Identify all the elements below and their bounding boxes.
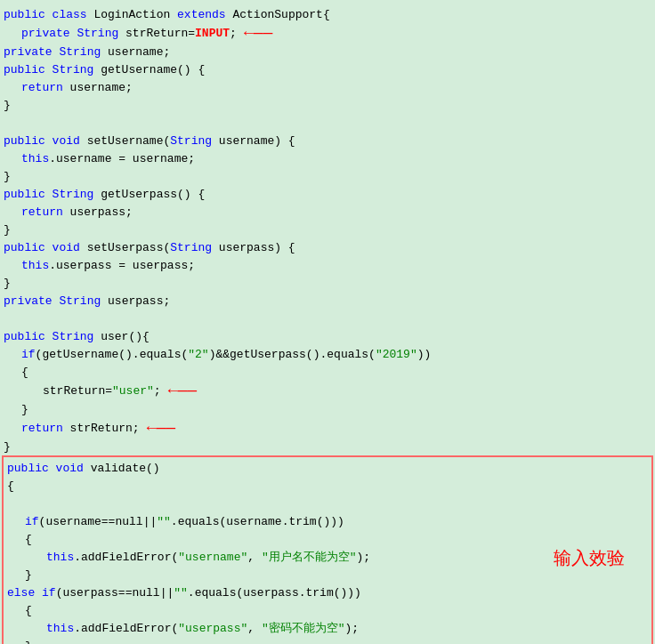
code-line: } — [0, 274, 655, 292]
code-line: else if(userpass==null||"".equals(userpa… — [4, 584, 651, 601]
code-line: } — [0, 167, 655, 185]
code-text: { — [7, 479, 14, 493]
code-text: return username; — [21, 81, 133, 94]
code-line: } — [0, 221, 655, 238]
code-text: this.addFieldError("userpass", "密码不能为空")… — [46, 620, 359, 636]
code-text: } — [4, 99, 11, 112]
code-line: public String getUserpass() { — [0, 185, 655, 203]
code-line: { — [0, 363, 655, 381]
code-line: private String userpass; — [0, 292, 655, 310]
code-text: } — [25, 640, 32, 645]
code-text: strReturn="user"; — [43, 384, 161, 398]
code-line: } — [0, 438, 655, 455]
code-line — [4, 495, 651, 512]
code-line: private String strReturn=INPUT; ←—— — [0, 23, 655, 43]
code-line — [0, 114, 655, 132]
code-line: this.addFieldError("userpass", "密码不能为空")… — [4, 619, 651, 637]
code-text: { — [25, 533, 32, 546]
code-text: public String user(){ — [4, 330, 150, 343]
code-text: else if(userpass==null||"".equals(userpa… — [7, 586, 361, 600]
code-text: } — [4, 440, 11, 454]
code-line: public void setUsername(String username)… — [0, 132, 655, 149]
code-line: public String getUsername() { — [0, 60, 655, 78]
code-line: public String user(){ — [0, 327, 655, 345]
code-line: } — [0, 96, 655, 114]
code-line: public void validate() — [4, 459, 651, 477]
code-line: this.username = username; — [0, 149, 655, 167]
code-text: public String getUserpass() { — [4, 188, 205, 201]
code-line: this.addFieldError("username", "用户名不能为空"… — [4, 548, 651, 566]
code-line: } — [4, 637, 651, 644]
code-line: this.userpass = userpass; — [0, 256, 655, 274]
code-text: } — [25, 568, 32, 582]
code-text: if(username==null||"".equals(username.tr… — [25, 515, 344, 528]
code-line: { — [4, 477, 651, 495]
arrow-icon: ←—— — [147, 419, 175, 437]
code-text: this.addFieldError("username", "用户名不能为空"… — [46, 549, 370, 565]
code-text: public void setUserpass(String userpass)… — [4, 241, 295, 254]
code-line: { — [4, 530, 651, 548]
code-text: public class LoginAction extends ActionS… — [4, 8, 330, 21]
code-line — [0, 310, 655, 327]
code-line: strReturn="user"; ←—— — [0, 381, 655, 400]
code-line: return userpass; — [0, 203, 655, 221]
code-line: return strReturn; ←—— — [0, 418, 655, 438]
code-text: } — [4, 277, 11, 290]
code-line: } — [0, 400, 655, 418]
code-line: public class LoginAction extends ActionS… — [0, 5, 655, 23]
code-text: { — [21, 366, 28, 379]
arrow-icon: ←—— — [168, 382, 197, 399]
code-line: { — [4, 601, 651, 619]
code-area: public class LoginAction extends ActionS… — [0, 0, 655, 644]
code-text: } — [4, 223, 11, 237]
code-text: private String userpass; — [4, 294, 170, 308]
code-line: } — [4, 566, 651, 584]
code-text: public void validate() — [7, 462, 160, 475]
code-text: return strReturn; — [21, 422, 140, 435]
code-line: if(username==null||"".equals(username.tr… — [4, 512, 651, 530]
code-text: { — [25, 604, 32, 617]
code-text: } — [21, 403, 28, 416]
code-line: private String username; — [0, 43, 655, 60]
arrow-icon: ←—— — [244, 24, 272, 42]
code-text: } — [4, 170, 11, 183]
code-text: public String getUsername() { — [4, 63, 205, 76]
code-text: this.userpass = userpass; — [21, 259, 195, 272]
code-text: if(getUsername().equals("2")&&getUserpas… — [21, 348, 431, 361]
code-text: private String strReturn=INPUT; — [21, 27, 237, 40]
code-text: this.username = username; — [21, 152, 195, 165]
code-line: public void setUserpass(String userpass)… — [0, 238, 655, 256]
code-line: return username; — [0, 78, 655, 96]
code-text: private String username; — [4, 45, 170, 59]
code-text: public void setUsername(String username)… — [4, 134, 295, 148]
code-line: if(getUsername().equals("2")&&getUserpas… — [0, 345, 655, 363]
code-text: return userpass; — [21, 205, 133, 219]
validate-section-box: 输入效验 public void validate() { if(usernam… — [2, 455, 653, 644]
